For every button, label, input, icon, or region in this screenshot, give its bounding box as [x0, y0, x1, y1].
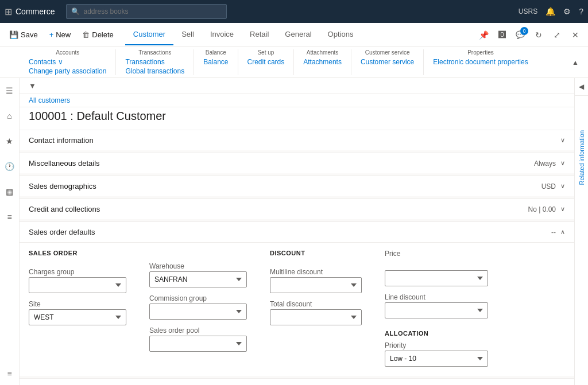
bell-icon[interactable]: 🔔 — [546, 7, 555, 16]
customer-title: 100001 : Default Customer — [29, 110, 565, 123]
contact-info-chevron: ∨ — [560, 137, 565, 144]
warehouse-select[interactable]: SANFRAN CHICAGO — [149, 271, 247, 287]
settings-icon[interactable]: ⚙ — [563, 7, 571, 16]
sidebar-recent-icon[interactable]: 🕐 — [2, 158, 18, 174]
customer-header: 100001 : Default Customer — [20, 107, 574, 130]
pin-icon[interactable]: 📌 — [475, 27, 492, 43]
user-label: USRS — [519, 7, 537, 15]
total-discount-field: Total discount — [270, 300, 362, 325]
credit-collections-chevron: ∨ — [560, 205, 565, 213]
right-panel-collapse[interactable]: ◀ — [575, 78, 588, 96]
grid-icon[interactable]: ⊞ — [5, 6, 12, 17]
total-discount-select[interactable] — [270, 309, 362, 325]
discount-column: DISCOUNT Multiline discount Total discou… — [270, 250, 362, 367]
section-sales-order-defaults-header[interactable]: Sales order defaults -- ∧ — [20, 221, 574, 242]
sales-order-defaults-content: SALES ORDER Charges group Site WEST EAS — [20, 242, 574, 376]
ribbon-global-transactions[interactable]: Global transactions — [125, 67, 184, 75]
ribbon-electronic-doc[interactable]: Electronic document properties — [433, 58, 528, 66]
section-sales-order-defaults: Sales order defaults -- ∧ SALES ORDER Ch… — [20, 221, 574, 376]
warehouse-field: Warehouse SANFRAN CHICAGO — [149, 262, 247, 287]
total-discount-label: Total discount — [270, 300, 362, 308]
ribbon-credit-cards[interactable]: Credit cards — [247, 58, 285, 66]
charges-group-select[interactable] — [29, 277, 126, 293]
tab-bar: Customer Sell Invoice Retail General Opt… — [125, 24, 362, 45]
ribbon-group-customer-service: Customer service Customer service — [351, 49, 424, 75]
left-sidebar: ☰ ⌂ ★ 🕐 ▦ ≡ ≡ — [0, 78, 20, 385]
section-contact-info-header[interactable]: Contact information ∨ — [20, 130, 574, 150]
ribbon-collapse-up[interactable]: ▲ — [572, 59, 579, 67]
new-button[interactable]: + New — [45, 28, 76, 41]
save-icon: 💾 — [9, 30, 18, 39]
new-icon: + — [49, 30, 54, 39]
sidebar-menu-icon[interactable]: ☰ — [2, 83, 18, 99]
commission-group-label: Commission group — [149, 294, 247, 302]
section-credit-collections-header[interactable]: Credit and collections No | 0.00 ∨ — [20, 199, 574, 219]
line-discount-field: Line discount — [385, 293, 488, 318]
ribbon-attachments[interactable]: Attachments — [303, 58, 342, 66]
price-column: Price Line discount ALLOCA — [385, 250, 488, 367]
tab-options[interactable]: Options — [320, 24, 362, 45]
tab-general[interactable]: General — [277, 24, 319, 45]
site-field: Site WEST EAST — [29, 300, 126, 325]
sidebar-workspaces-icon[interactable]: ▦ — [2, 184, 18, 200]
section-payment-defaults: Payment defaults -- ∨ — [20, 378, 574, 385]
section-sales-demographics-header[interactable]: Sales demographics USD ∨ — [20, 176, 574, 196]
misc-details-chevron: ∨ — [560, 160, 565, 167]
commission-group-select[interactable] — [149, 304, 247, 320]
commission-group-field: Commission group — [149, 294, 247, 320]
ribbon-group-transactions: Transactions Transactions Global transac… — [116, 49, 194, 75]
help-icon[interactable]: ? — [579, 7, 583, 16]
related-info-label[interactable]: Related information — [578, 130, 585, 185]
multiline-discount-select[interactable] — [270, 277, 362, 293]
priority-select[interactable]: Low - 10 Medium - 5 High - 1 — [385, 351, 488, 367]
ribbon-balance[interactable]: Balance — [203, 58, 228, 66]
tab-sell[interactable]: Sell — [173, 24, 202, 45]
sidebar-home-icon[interactable]: ⌂ — [2, 108, 18, 124]
cmd-right-actions: 📌 🅾 💬 0 ↻ ⤢ ✕ — [475, 27, 583, 43]
sidebar-modules-icon[interactable]: ≡ — [2, 209, 18, 225]
filter-bar: ▼ — [20, 78, 574, 94]
tab-invoice[interactable]: Invoice — [202, 24, 242, 45]
price-label: Price — [385, 250, 488, 258]
command-bar: 💾 Save + New 🗑 Delete Customer Sell Invo… — [0, 23, 588, 47]
refresh-icon[interactable]: ↻ — [531, 27, 547, 43]
maximize-icon[interactable]: ⤢ — [549, 27, 565, 43]
ribbon-transactions[interactable]: Transactions — [125, 58, 164, 66]
ribbon-group-accounts: Accounts Contacts ∨ Change party associa… — [29, 49, 116, 75]
site-label: Site — [29, 300, 126, 308]
section-misc-details-header[interactable]: Miscellaneous details Always ∨ — [20, 153, 574, 173]
breadcrumb[interactable]: All customers — [20, 94, 574, 107]
ribbon: Accounts Contacts ∨ Change party associa… — [0, 47, 588, 78]
main-layout: ☰ ⌂ ★ 🕐 ▦ ≡ ≡ ▼ All customers 100001 : D… — [0, 78, 588, 385]
priority-label: Priority — [385, 341, 488, 349]
section-credit-collections: Credit and collections No | 0.00 ∨ — [20, 199, 574, 219]
sales-order-pool-field: Sales order pool — [149, 326, 247, 352]
section-sales-demographics: Sales demographics USD ∨ — [20, 176, 574, 196]
priority-field: Priority Low - 10 Medium - 5 High - 1 — [385, 341, 488, 367]
search-input[interactable]: address books — [83, 7, 222, 15]
ribbon-contacts[interactable]: Contacts ∨ — [29, 58, 63, 66]
top-bar: ⊞ Commerce 🔍 address books USRS 🔔 ⚙ ? — [0, 0, 588, 23]
tab-customer[interactable]: Customer — [125, 24, 173, 45]
site-select[interactable]: WEST EAST — [29, 309, 126, 325]
ribbon-change-party[interactable]: Change party association — [29, 67, 106, 75]
top-right-actions: USRS 🔔 ⚙ ? — [519, 7, 583, 16]
sales-order-defaults-chevron: ∧ — [560, 228, 565, 236]
sales-order-pool-select[interactable] — [149, 336, 247, 352]
filter-icon[interactable]: ▼ — [29, 81, 36, 90]
sidebar-extra-icon[interactable]: ≡ — [2, 365, 18, 382]
ribbon-customer-service[interactable]: Customer service — [361, 58, 414, 66]
save-button[interactable]: 💾 Save — [5, 28, 42, 41]
price-select[interactable] — [385, 270, 488, 286]
sidebar-favorites-icon[interactable]: ★ — [2, 133, 18, 149]
content-area: ▼ All customers 100001 : Default Custome… — [20, 78, 574, 385]
notification-icon[interactable]: 💬 0 — [512, 27, 528, 43]
delete-button[interactable]: 🗑 Delete — [78, 28, 118, 41]
close-icon[interactable]: ✕ — [567, 27, 583, 43]
line-discount-select[interactable] — [385, 302, 488, 318]
office-icon[interactable]: 🅾 — [494, 27, 510, 43]
tab-retail[interactable]: Retail — [242, 24, 277, 45]
section-payment-defaults-header[interactable]: Payment defaults -- ∨ — [20, 378, 574, 385]
charges-group-label: Charges group — [29, 268, 126, 276]
search-box: 🔍 address books — [66, 4, 227, 19]
